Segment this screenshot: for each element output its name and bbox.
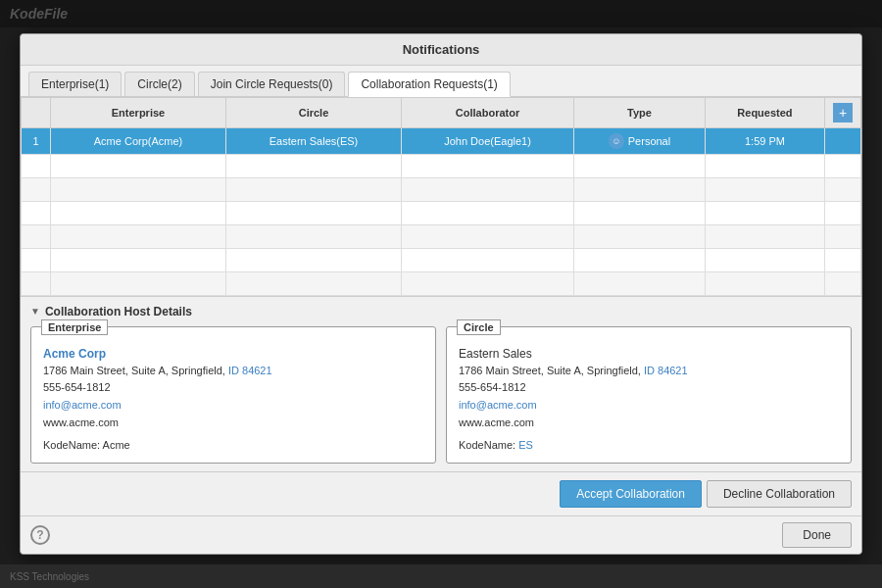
add-col[interactable]: + [825,97,861,127]
table-row[interactable]: 1 Acme Corp(Acme) Eastern Sales(ES) John… [22,127,861,154]
enterprise-panel: Enterprise Acme Corp 1786 Main Street, S… [30,326,436,464]
circle-kodename: KodeName: ES [459,439,839,451]
table-row [22,248,861,271]
notifications-modal: Notifications Enterprise(1) Circle(2) Jo… [20,33,862,555]
details-section: ▼ Collaboration Host Details Enterprise … [21,297,861,472]
table-row [22,177,861,201]
enterprise-phone: 555-654-1812 [43,379,423,397]
add-button[interactable]: + [833,103,853,122]
circle-email[interactable]: info@acme.com [459,397,839,415]
col-requested: Requested [705,97,824,127]
circle-panel: Circle Eastern Sales 1786 Main Street, S… [446,326,852,464]
table-row [22,201,861,224]
decline-collaboration-button[interactable]: Decline Collaboration [707,480,852,508]
details-panels: Enterprise Acme Corp 1786 Main Street, S… [30,326,852,464]
col-type: Type [574,97,706,127]
enterprise-content: Acme Corp 1786 Main Street, Suite A, Spr… [43,347,423,451]
cell-action [825,127,861,154]
modal-title: Notifications [21,34,861,66]
details-title: Collaboration Host Details [45,305,192,318]
tab-circle[interactable]: Circle(2) [124,72,194,96]
table-row [22,271,861,295]
tab-collaboration-requests[interactable]: Collaboration Requests(1) [348,72,510,97]
collapse-icon[interactable]: ▼ [30,306,40,317]
enterprise-website: www.acme.com [43,415,423,432]
cell-enterprise: Acme Corp(Acme) [51,127,226,154]
enterprise-email[interactable]: info@acme.com [43,397,423,415]
footer-text: KSS Technologies [10,571,89,582]
cell-circle: Eastern Sales(ES) [226,127,402,154]
enterprise-name[interactable]: Acme Corp [43,347,423,361]
circle-phone: 555-654-1812 [459,379,839,397]
circle-website: www.acme.com [459,415,839,432]
details-header: ▼ Collaboration Host Details [30,305,852,318]
app-footer: KSS Technologies [0,564,882,588]
bottom-bar: ? Done [21,515,861,554]
enterprise-panel-label: Enterprise [41,319,108,335]
table-row [22,224,861,248]
cell-collaborator: John Doe(Eagle1) [402,127,574,154]
table-section: Enterprise Circle Collaborator Type Requ… [21,97,861,297]
circle-panel-label: Circle [457,319,501,335]
col-circle: Circle [226,97,402,127]
enterprise-kodename: KodeName: Acme [43,439,423,451]
done-button[interactable]: Done [782,522,852,548]
col-collaborator: Collaborator [402,97,574,127]
col-enterprise: Enterprise [51,97,226,127]
cell-requested: 1:59 PM [705,127,824,154]
modal-overlay: Notifications Enterprise(1) Circle(2) Jo… [0,0,882,588]
person-icon: ☺ [609,133,624,149]
help-button[interactable]: ? [30,525,50,545]
table-row [22,154,861,177]
footer-buttons: Accept Collaboration Decline Collaborati… [21,472,861,515]
accept-collaboration-button[interactable]: Accept Collaboration [560,480,702,508]
collaboration-table: Enterprise Circle Collaborator Type Requ… [21,97,861,296]
circle-content: Eastern Sales 1786 Main Street, Suite A,… [459,347,839,451]
tab-enterprise[interactable]: Enterprise(1) [28,72,122,96]
circle-name: Eastern Sales [459,347,839,361]
circle-address: 1786 Main Street, Suite A, Springfield, … [459,363,839,380]
cell-type: ☺ Personal [574,127,706,154]
enterprise-address: 1786 Main Street, Suite A, Springfield, … [43,363,423,380]
personal-type: ☺ Personal [609,133,670,149]
col-num [22,97,51,127]
tabs-row: Enterprise(1) Circle(2) Join Circle Requ… [21,66,861,97]
cell-num: 1 [22,127,51,154]
tab-join-circle[interactable]: Join Circle Requests(0) [198,72,346,96]
